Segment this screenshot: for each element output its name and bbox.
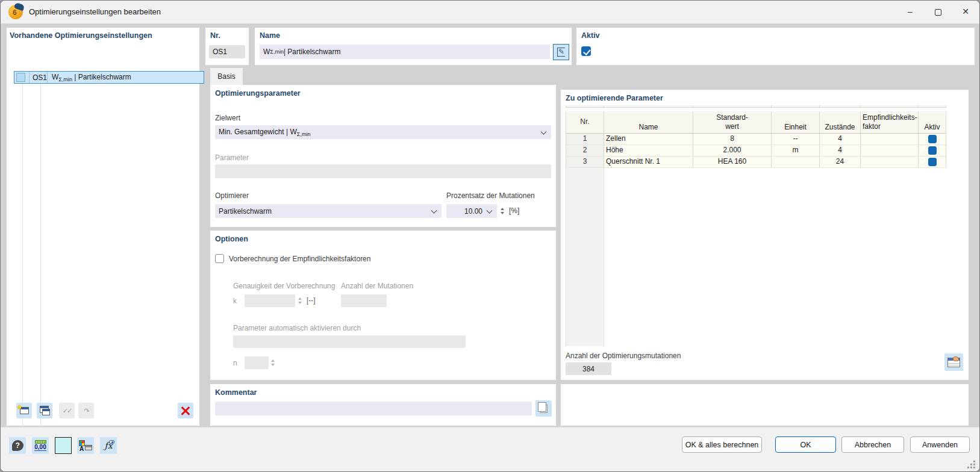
maximize-icon: [935, 9, 941, 16]
name-input[interactable]: WΣ,min | Partikelschwarm: [260, 45, 550, 59]
anzahl-mutationen-field: [341, 294, 387, 307]
footer-bar: 0,00 A ƒx OK & alles berechnen OK Abbrec…: [1, 427, 979, 472]
apply-button[interactable]: Anwenden: [910, 436, 970, 453]
col-header-empfindlichkeitsfaktor: Empfindlichkeits- faktor: [861, 111, 919, 134]
nr-panel: Nr. OS1: [205, 28, 249, 65]
cell-aktiv: [919, 134, 946, 145]
close-button[interactable]: ✕: [952, 1, 979, 23]
row-aktiv-checkbox[interactable]: [928, 158, 937, 166]
app-icon: [8, 5, 23, 19]
cancel-button[interactable]: Abbrechen: [841, 436, 904, 453]
zielwert-dropdown[interactable]: Min. Gesamtgewicht | WΣ,min: [215, 125, 551, 139]
cell-nr: 1: [566, 134, 604, 145]
new-setting-button[interactable]: ★: [16, 403, 32, 418]
row-aktiv-checkbox[interactable]: [928, 146, 937, 155]
cell-aktiv: [919, 157, 946, 168]
k-dropdown: [245, 294, 295, 307]
cell-empfindlichkeitsfaktor: [861, 134, 919, 145]
formula-button[interactable]: ƒx: [100, 437, 117, 454]
aktiv-checkbox[interactable]: [581, 46, 591, 56]
col-header-aktiv: Aktiv: [919, 111, 946, 134]
row-aktiv-checkbox[interactable]: [928, 135, 937, 143]
display-properties-icon: A: [79, 440, 92, 451]
n-label: n: [233, 359, 237, 367]
kommentar-copy-button[interactable]: [535, 400, 552, 417]
optionen-panel: Optionen Vorberechnung der Empfindlichke…: [210, 231, 556, 380]
prozentsatz-unit: [%]: [509, 206, 519, 215]
cell-standardwert[interactable]: 8: [693, 134, 772, 145]
invert-check-button: ↷: [78, 403, 94, 418]
display-properties-button[interactable]: A: [77, 437, 94, 454]
cell-standardwert[interactable]: HEA 160: [693, 157, 772, 168]
parameter-label: Parameter: [215, 154, 249, 162]
cell-name[interactable]: Höhe: [604, 145, 693, 157]
list-item-os1[interactable]: OS1 WΣ,min | Partikelschwarm: [14, 71, 204, 84]
col-header-zustaende: Zustände: [820, 111, 861, 134]
parameter-field: [215, 164, 551, 178]
existing-settings-panel: Vorhandene Optimierungseinstellungen OS1…: [7, 28, 199, 426]
cell-name[interactable]: Zellen: [604, 134, 693, 145]
maximize-button[interactable]: [924, 1, 952, 23]
list-column-divider: [40, 70, 41, 426]
table-row: 2 Höhe 2.000 m 4: [566, 145, 946, 157]
tab-basis[interactable]: Basis: [210, 68, 243, 85]
copy-setting-button[interactable]: [37, 403, 52, 418]
optimierungsparameter-title: Optimierungsparameter: [215, 89, 301, 98]
prozentsatz-stepper[interactable]: [499, 205, 506, 217]
table-row: 1 Zellen 8 -- 4: [566, 134, 946, 145]
aktiv-label: Aktiv: [581, 31, 600, 40]
anzahl-mutationen-label: Anzahl der Mutationen: [341, 282, 413, 290]
cell-zustaende: 24: [820, 157, 861, 168]
existing-settings-header: Vorhandene Optimierungseinstellungen: [10, 31, 152, 40]
cell-einheit: [772, 157, 820, 168]
mutations-count-label: Anzahl der Optimierungsmutationen: [566, 352, 681, 360]
help-button[interactable]: [9, 437, 26, 454]
nr-value-field: OS1: [209, 45, 245, 58]
minimize-button[interactable]: –: [896, 1, 924, 23]
table-row: 3 Querschnitt Nr. 1 HEA 160 24: [566, 157, 946, 168]
k-stepper: [296, 294, 304, 307]
mutations-count-field: 384: [566, 362, 611, 375]
cell-name[interactable]: Querschnitt Nr. 1: [604, 157, 693, 168]
aktiv-panel: Aktiv: [576, 28, 975, 65]
cell-standardwert[interactable]: 2.000: [693, 145, 772, 157]
kommentar-dropdown[interactable]: [215, 402, 532, 415]
list-column-divider: [22, 70, 23, 426]
kommentar-title: Kommentar: [215, 388, 257, 397]
edit-pencil-icon: [557, 48, 565, 57]
table-group-row: [566, 105, 946, 108]
ok-calculate-all-button[interactable]: OK & alles berechnen: [682, 436, 762, 453]
k-unit: [--]: [307, 296, 316, 305]
param-auto-field: [233, 335, 466, 348]
optimierer-dropdown[interactable]: Partikelschwarm: [215, 204, 442, 218]
chevron-down-icon: [487, 207, 493, 213]
prozentsatz-label: Prozentsatz der Mutationen: [446, 191, 535, 200]
col-header-einheit: Einheit: [772, 111, 820, 134]
table-hand-icon: [947, 358, 960, 367]
n-stepper: [269, 356, 276, 369]
resize-grip[interactable]: [967, 461, 975, 468]
cell-zustaende: 4: [820, 145, 861, 157]
mutations-table-button[interactable]: [944, 353, 963, 371]
delete-icon: [181, 406, 190, 415]
title-bar: Optimierungseinstellungen bearbeiten – ✕: [1, 1, 979, 23]
optimierer-label: Optimierer: [215, 191, 249, 200]
chevron-down-icon: [431, 207, 437, 213]
cell-einheit: m: [772, 145, 820, 157]
vorberechnung-checkbox[interactable]: [215, 254, 224, 263]
star-icon: ★: [17, 403, 23, 411]
name-panel: Name WΣ,min | Partikelschwarm: [255, 28, 572, 65]
units-settings-button[interactable]: 0,00: [32, 437, 49, 454]
name-label: Name: [260, 31, 280, 40]
delete-setting-button[interactable]: [178, 403, 193, 418]
rename-button[interactable]: [553, 44, 569, 60]
table-header-row: Nr. Name Standard- wert Einheit Zustände…: [566, 111, 946, 134]
prozentsatz-input[interactable]: 10.00: [446, 204, 497, 218]
units-icon: 0,00: [34, 440, 46, 451]
color-picker-button[interactable]: [55, 437, 72, 454]
col-header-nr: Nr.: [566, 111, 604, 134]
ok-button[interactable]: OK: [775, 436, 836, 453]
eye-icon: [109, 440, 114, 444]
invert-check-icon: ↷: [84, 407, 88, 415]
color-swatch-icon: [16, 73, 25, 82]
